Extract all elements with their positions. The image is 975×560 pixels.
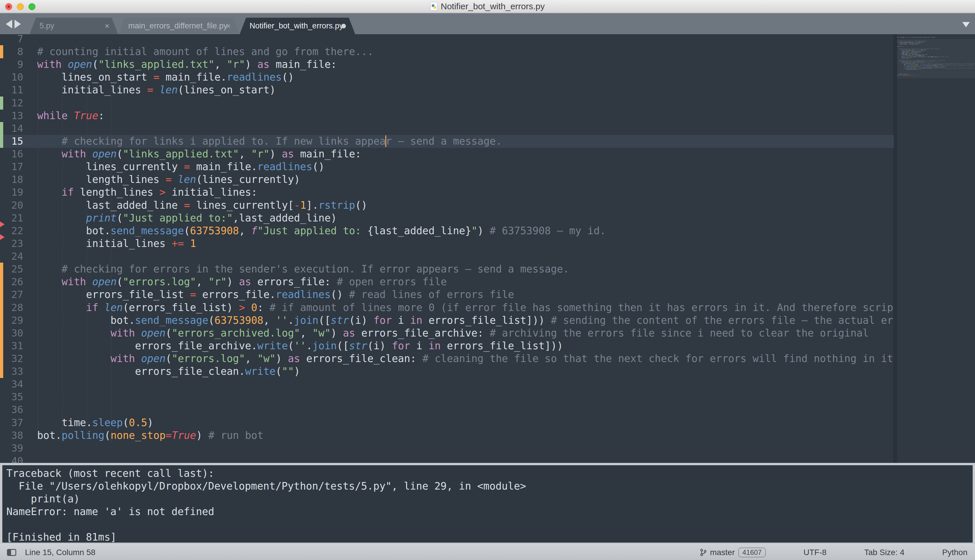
line-number[interactable]: 31 — [0, 339, 23, 352]
code-line[interactable]: 24 — [0, 250, 894, 263]
tab-5py[interactable]: 5.py × — [30, 18, 118, 34]
code-line[interactable]: 17 lines_currently = main_file.readlines… — [0, 160, 894, 173]
code-text: while True: — [37, 109, 894, 122]
line-number[interactable]: 30 — [0, 327, 23, 339]
line-number[interactable]: 11 — [0, 83, 23, 96]
code-text: # checking for links i applied to. If ne… — [37, 135, 894, 148]
tab-main-errors-differnet-file[interactable]: main_errors_differnet_file.py × — [119, 18, 239, 34]
code-line[interactable]: 14 — [0, 122, 894, 135]
code-line[interactable]: 22 bot.send_message(63753908, f"Just app… — [0, 224, 894, 237]
code-line[interactable]: 13while True: — [0, 109, 894, 122]
line-number[interactable]: 18 — [0, 173, 23, 186]
code-line[interactable]: 38bot.polling(none_stop=True) # run bot — [0, 429, 894, 442]
code-line[interactable]: 35 — [0, 390, 894, 403]
code-line[interactable]: 25 # checking for errors in the sender's… — [0, 263, 894, 276]
line-number[interactable]: 16 — [0, 148, 23, 160]
line-number[interactable]: 26 — [0, 275, 23, 288]
nav-back-icon[interactable] — [6, 20, 12, 28]
code-line[interactable]: 8# counting initial amount of lines and … — [0, 45, 894, 58]
code-text: # counting initial amount of lines and g… — [37, 45, 894, 58]
line-number[interactable]: 20 — [0, 199, 23, 212]
line-number[interactable]: 9 — [0, 58, 23, 71]
code-line[interactable]: 34 — [0, 378, 894, 391]
line-number[interactable]: 7 — [0, 34, 23, 45]
line-number[interactable]: 17 — [0, 160, 23, 173]
code-line[interactable]: 7 — [0, 34, 894, 45]
close-tab-icon[interactable]: × — [105, 22, 109, 30]
line-number[interactable]: 33 — [0, 365, 23, 378]
syntax-indicator[interactable]: Python — [942, 548, 967, 557]
close-window-button[interactable] — [5, 3, 12, 10]
line-number[interactable]: 35 — [0, 390, 23, 403]
minimap-content: import telebot import time bot = telebot… — [897, 34, 975, 78]
tab-label: main_errors_differnet_file.py — [119, 22, 227, 30]
output-line: NameError: name 'a' is not defined — [2, 505, 973, 518]
line-number[interactable]: 38 — [0, 429, 23, 442]
code-line[interactable]: 12 — [0, 97, 894, 110]
git-status: master 41607 — [700, 548, 766, 557]
code-line[interactable]: 30 with open("errors_archived.log", "w")… — [0, 327, 894, 340]
code-text: with open("links_applied.txt", "r") as m… — [37, 58, 894, 71]
line-number[interactable]: 12 — [0, 97, 23, 109]
code-line[interactable]: 26 with open("errors.log", "r") as error… — [0, 275, 894, 288]
code-line[interactable]: 33 errors_file_clean.write("") — [0, 365, 894, 378]
line-number[interactable]: 29 — [0, 314, 23, 327]
code-line[interactable]: 19 if length_lines > initial_lines: — [0, 186, 894, 199]
code-line[interactable]: 40 — [0, 455, 894, 463]
code-line[interactable]: 32 with open("errors.log", "w") as error… — [0, 352, 894, 365]
build-output-console[interactable]: Traceback (most recent call last): File … — [2, 465, 973, 543]
line-number[interactable]: 24 — [0, 250, 23, 263]
line-number[interactable]: 27 — [0, 288, 23, 301]
line-number[interactable]: 13 — [0, 109, 23, 122]
code-editor[interactable]: import telebot import time bot = telebot… — [0, 34, 975, 463]
minimize-window-button[interactable] — [17, 3, 24, 10]
output-line: print(a) — [2, 492, 973, 505]
code-line[interactable]: 20 last_added_line = lines_currently[-1]… — [0, 199, 894, 212]
code-text: errors_file_clean.write("") — [37, 365, 894, 378]
line-number[interactable]: 40 — [0, 455, 23, 463]
line-number[interactable]: 19 — [0, 186, 23, 198]
code-line[interactable]: 11 initial_lines = len(lines_on_start) — [0, 83, 894, 97]
code-line[interactable]: 37 time.sleep(0.5) — [0, 416, 894, 429]
build-output-panel: Traceback (most recent call last): File … — [0, 463, 975, 544]
close-tab-icon[interactable]: × — [226, 22, 231, 30]
line-number[interactable]: 25 — [0, 263, 23, 275]
line-number[interactable]: 32 — [0, 352, 23, 365]
code-text: if length_lines > initial_lines: — [37, 186, 894, 198]
code-line[interactable]: 16 with open("links_applied.txt", "r") a… — [0, 148, 894, 161]
code-line[interactable]: 27 errors_file_list = errors_file.readli… — [0, 288, 894, 301]
tab-list-dropdown-icon[interactable] — [962, 22, 970, 27]
line-number[interactable]: 34 — [0, 378, 23, 390]
git-badge: 41607 — [738, 548, 766, 557]
line-number[interactable]: 10 — [0, 71, 23, 83]
code-line[interactable]: 18 length_lines = len(lines_currently) — [0, 173, 894, 186]
code-text: errors_file_archive.write(''.join([str(i… — [37, 339, 894, 352]
code-line[interactable]: 28 if len(errors_file_list) > 0: # if am… — [0, 301, 894, 314]
code-line[interactable]: 39 — [0, 442, 894, 455]
code-line[interactable]: 31 errors_file_archive.write(''.join([st… — [0, 339, 894, 352]
line-number[interactable]: 14 — [0, 122, 23, 135]
zoom-window-button[interactable] — [28, 3, 35, 10]
output-line: Traceback (most recent call last): — [2, 467, 973, 480]
tab-size-indicator[interactable]: Tab Size: 4 — [864, 548, 905, 557]
python-file-icon — [430, 2, 437, 11]
code-line[interactable]: 21 print("Just applied to:",last_added_l… — [0, 212, 894, 225]
nav-forward-icon[interactable] — [15, 20, 21, 28]
line-number[interactable]: 36 — [0, 403, 23, 416]
minimap[interactable]: import telebot import time bot = telebot… — [897, 34, 975, 463]
code-text: errors_file_list = errors_file.readlines… — [37, 288, 894, 301]
line-number[interactable]: 28 — [0, 301, 23, 314]
code-line[interactable]: 9with open("links_applied.txt", "r") as … — [0, 58, 894, 71]
code-line[interactable]: 29 bot.send_message(63753908, ''.join([s… — [0, 314, 894, 327]
line-number[interactable]: 39 — [0, 442, 23, 455]
code-text: bot.send_message(63753908, f"Just applie… — [37, 224, 894, 237]
code-line[interactable]: 15 # checking for links i applied to. If… — [0, 135, 894, 148]
line-number[interactable]: 15 — [0, 135, 23, 148]
code-line[interactable]: 10 lines_on_start = main_file.readlines(… — [0, 71, 894, 84]
panel-toggle-icon[interactable] — [7, 549, 16, 556]
line-number[interactable]: 37 — [0, 416, 23, 429]
line-number[interactable]: 8 — [0, 45, 23, 58]
tab-notifier-bot-with-errors[interactable]: Notifier_bot_with_errors.py — [240, 18, 355, 34]
code-line[interactable]: 23 initial_lines += 1 — [0, 237, 894, 250]
code-line[interactable]: 36 — [0, 403, 894, 416]
